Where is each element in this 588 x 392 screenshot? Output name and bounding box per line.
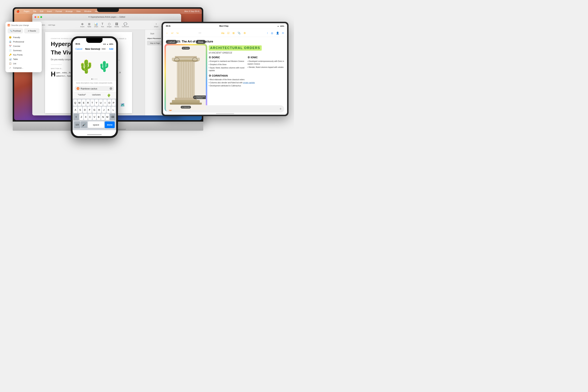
proofread-button[interactable]: 🔍 Proofread [8,28,23,34]
toolbar-table[interactable]: ⊞ Table [87,22,91,28]
wt-item-key-points[interactable]: 🔑 Key Points [8,53,40,57]
emoji-page-indicators [92,78,97,80]
toolbar-text[interactable]: T Text [101,22,104,28]
key-h[interactable]: H [97,106,101,113]
concise-icon: ✂️ [9,45,12,47]
macbook-notch [97,9,119,12]
ipad-checklist-button[interactable]: ☑ [226,31,230,35]
toolbar-add-page[interactable]: Add Page [48,24,55,26]
key-v[interactable]: V [92,114,96,120]
ipad-add-image-button[interactable]: + [279,106,282,111]
key-s[interactable]: S [78,106,82,113]
toolbar-comment[interactable]: 💬 Comment [122,22,129,28]
clear-search-button[interactable]: × [110,87,112,90]
toolbar-share[interactable]: ↑ Share [154,22,158,28]
ipad-edit-button[interactable]: ✏ [281,31,285,35]
ipad-screen: 09:41 Mon 9 Sep ▲ 100% ← ↩ ↪ Aa [163,23,287,115]
key-z[interactable]: Z [80,114,83,120]
apple-logo-icon[interactable]: 🍎 [16,10,20,13]
toolbar-shape[interactable]: ⬡ Shape [107,22,112,28]
dock-maps[interactable]: 🗺️ [119,102,126,108]
key-l[interactable]: L [111,106,116,113]
key-w[interactable]: W [78,100,82,106]
key-x[interactable]: X [84,114,88,120]
key-u[interactable]: U [99,100,103,106]
ipad-collaborate-button[interactable]: 👤 [275,31,280,35]
wt-item-professional[interactable]: 👔 Professional [8,40,40,44]
menu-view[interactable]: View [76,10,80,12]
autocomplete-item-1[interactable]: *cactus* [78,94,86,98]
key-k[interactable]: K [106,106,111,113]
close-button[interactable] [34,16,36,18]
autocomplete-item-2[interactable]: cactuses [92,94,100,98]
menu-window[interactable]: Window [84,10,91,12]
ipad-apple-pen-button[interactable]: ◎ [270,31,274,35]
key-q[interactable]: Q [73,100,77,106]
toolbar-insert[interactable]: ⊕ Insert [80,22,84,28]
rewrite-button[interactable]: ↺ Rewrite [24,28,40,34]
key-o[interactable]: O [108,100,111,106]
genmoji-add-button[interactable]: Add [109,48,113,50]
ipad-undo-button[interactable]: ↩ [170,31,174,35]
key-d[interactable]: D [83,106,87,113]
key-a[interactable]: A [73,106,78,113]
toolbar-chart[interactable]: 📊 Chart [94,22,98,28]
summary-label: Summary [13,49,22,52]
corinthian-title: ③ CORINTHIAN [209,74,284,77]
key-n[interactable]: N [101,114,105,120]
label-elaborate: Elaborate [180,106,191,108]
key-f[interactable]: F [88,106,92,113]
stay-on-page-button[interactable]: Stay on Page [147,41,163,45]
key-shift[interactable]: ⇧ [73,114,79,120]
ipad-redo-button[interactable]: ↪ [176,31,179,35]
menu-insert[interactable]: Insert [47,10,52,12]
key-p[interactable]: P [112,100,116,106]
ipad-attach-button[interactable]: 📎 [237,31,241,35]
classical-label-text: Classical Greek architecture [196,96,206,98]
wt-item-list[interactable]: 📋 List [8,61,40,66]
column-cancel-button[interactable]: Cancel [166,40,177,44]
wt-item-table[interactable]: 📊 Table [8,57,40,61]
menu-file[interactable]: File [33,10,36,12]
ipad-format-button[interactable]: Aa [220,31,225,35]
mic-key[interactable]: 🎤 [81,122,87,128]
menu-arrange[interactable]: Arrange [66,10,72,12]
menu-pages[interactable]: Pages [24,10,30,12]
key-j[interactable]: J [102,106,106,113]
wt-item-concise[interactable]: ✂️ Concise [8,44,40,48]
tab-style[interactable]: Style [147,32,157,36]
key-123[interactable]: 123 [74,122,80,128]
key-space[interactable]: space [88,122,104,128]
key-c[interactable]: C [88,114,92,120]
menu-format[interactable]: Format [56,10,62,12]
iphone-time: 09:41 [76,43,80,45]
genmoji-search-bar[interactable]: ✦ Rainbow cactus × [75,86,114,91]
keyboard-row-2: A S D F G H J K L [73,106,116,113]
key-delete[interactable]: ⌫ [110,114,116,120]
maximize-button[interactable] [40,16,42,18]
autocomplete-item-3[interactable]: 🌵 [107,94,111,98]
key-e[interactable]: E [82,100,86,106]
toolbar-media[interactable]: 🖼 Media [114,22,119,28]
column-done-button[interactable]: Done [196,40,206,44]
ipad-settings-button[interactable]: ⚙ [243,31,247,35]
ipad-back-button[interactable]: ← [165,31,169,35]
key-done[interactable]: done [105,122,115,128]
genmoji-cancel-button[interactable]: Cancel [76,48,82,50]
wt-item-compose[interactable]: ✓ Compose... [8,66,40,70]
wt-header-label: Describe your change [11,24,29,26]
ipad-table-button[interactable]: ⊞ [232,31,236,35]
wt-item-friendly[interactable]: 😊 Friendly [8,35,40,40]
ipad-share-button[interactable]: ↑ [266,31,269,35]
key-g[interactable]: G [92,106,96,113]
menu-edit[interactable]: Edit [40,10,43,12]
doric-title: ① DORIC [209,56,245,59]
key-i[interactable]: I [103,100,107,106]
key-t[interactable]: T [90,100,94,106]
key-m[interactable]: M [106,114,109,120]
key-r[interactable]: R [86,100,90,106]
key-b[interactable]: B [97,114,100,120]
wt-item-summary[interactable]: 📄 Summary [8,48,40,53]
key-y[interactable]: Y [95,100,98,106]
minimize-button[interactable] [38,16,39,18]
